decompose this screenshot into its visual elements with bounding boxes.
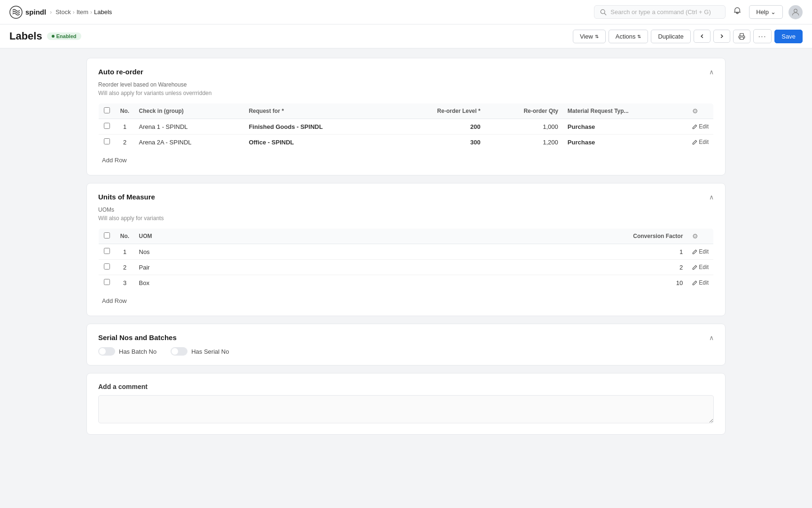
auto-reorder-check-all-col [99, 103, 116, 119]
table-row: 2 Pair 2 Edit [99, 260, 714, 275]
auto-reorder-level-col: Re-order Level * [392, 103, 485, 119]
row-conversion-factor: 10 [287, 275, 687, 291]
auto-reorder-subtitle: Reorder level based on Warehouse [98, 81, 714, 88]
row-checkbox[interactable] [104, 263, 110, 270]
serial-nos-section: Serial Nos and Batches ∧ Has Batch No Ha… [86, 324, 726, 365]
row-conversion-factor: 2 [287, 260, 687, 275]
table-row: 3 Box 10 Edit [99, 275, 714, 291]
serial-nos-collapse-icon: ∧ [709, 334, 714, 341]
auto-reorder-settings-btn[interactable]: ⚙ [692, 107, 698, 115]
breadcrumb: Stock › Item › Labels [55, 8, 112, 16]
table-row: 1 Arena 1 - SPINDL Finished Goods - SPIN… [99, 119, 714, 135]
uom-no-col: No. [116, 229, 134, 244]
logo[interactable]: spindl [9, 6, 46, 19]
breadcrumb-item[interactable]: Item [77, 8, 88, 16]
row-uom: Pair [134, 260, 287, 275]
row-edit-link[interactable]: Edit [692, 139, 709, 145]
next-button[interactable] [713, 30, 730, 43]
uom-settings-col: ⚙ [687, 229, 713, 244]
row-edit-cell: Edit [687, 119, 713, 135]
user-avatar[interactable] [789, 5, 803, 19]
page-title-area: Labels Enabled [9, 30, 81, 42]
duplicate-button[interactable]: Duplicate [651, 30, 690, 43]
row-checkbox[interactable] [104, 279, 110, 285]
notification-bell[interactable] [731, 5, 743, 19]
serial-nos-title: Serial Nos and Batches [98, 333, 177, 341]
uom-select-all[interactable] [104, 232, 110, 238]
auto-reorder-settings-col: ⚙ [687, 103, 713, 119]
row-no: 2 [116, 135, 134, 150]
auto-reorder-no-col: No. [116, 103, 134, 119]
row-edit-link[interactable]: Edit [692, 279, 709, 286]
breadcrumb-labels[interactable]: Labels [94, 8, 112, 16]
uom-subtitle: UOMs [98, 206, 714, 213]
row-checkbox-cell [99, 275, 116, 291]
badge-label: Enabled [56, 33, 77, 39]
actions-chevron-icon: ⇅ [637, 34, 641, 39]
uom-name-col: UOM [134, 229, 287, 244]
row-edit-link[interactable]: Edit [692, 248, 709, 255]
auto-reorder-header[interactable]: Auto re-order ∧ [98, 68, 714, 76]
serial-nos-header[interactable]: Serial Nos and Batches ∧ [98, 333, 714, 341]
auto-reorder-collapse-icon: ∧ [709, 68, 714, 76]
auto-reorder-checkin-col: Check in (group) [134, 103, 244, 119]
prev-button[interactable] [694, 30, 710, 43]
breadcrumb-stock[interactable]: Stock [55, 8, 71, 16]
row-edit-link[interactable]: Edit [692, 264, 709, 270]
page-title: Labels [9, 30, 42, 42]
row-checkbox-cell [99, 260, 116, 275]
uom-header[interactable]: Units of Measure ∧ [98, 193, 714, 201]
auto-reorder-title: Auto re-order [98, 68, 143, 76]
table-row: 2 Arena 2A - SPINDL Office - SPINDL 300 … [99, 135, 714, 150]
breadcrumb-sep-3: › [90, 9, 92, 16]
search-bar[interactable]: Search or type a command (Ctrl + G) [594, 5, 726, 19]
has-serial-no-toggle[interactable] [171, 347, 187, 356]
comment-title: Add a comment [98, 383, 714, 390]
top-nav: spindl › Stock › Item › Labels Search or… [0, 0, 812, 24]
has-batch-no-toggle[interactable] [98, 347, 115, 356]
row-edit-cell: Edit [687, 244, 713, 260]
row-check-in: Arena 1 - SPINDL [134, 119, 244, 135]
uom-note: Will also apply for variants [98, 215, 714, 222]
main-scroll-area[interactable]: Auto re-order ∧ Reorder level based on W… [0, 48, 812, 444]
main-content: Auto re-order ∧ Reorder level based on W… [77, 48, 735, 444]
auto-reorder-add-row[interactable]: Add Row [98, 155, 131, 166]
row-conversion-factor: 1 [287, 244, 687, 260]
uom-check-all-col [99, 229, 116, 244]
row-checkbox[interactable] [104, 123, 110, 129]
uom-add-row[interactable]: Add Row [98, 295, 131, 306]
row-request-for: Finished Goods - SPINDL [244, 119, 391, 135]
auto-reorder-section: Auto re-order ∧ Reorder level based on W… [86, 58, 726, 175]
auto-reorder-select-all[interactable] [104, 107, 110, 113]
breadcrumb-sep-1: › [50, 9, 52, 16]
row-checkbox-cell [99, 119, 116, 135]
row-checkbox-cell [99, 244, 116, 260]
row-checkbox[interactable] [104, 248, 110, 254]
auto-reorder-qty-col: Re-order Qty [485, 103, 562, 119]
search-placeholder: Search or type a command (Ctrl + G) [610, 8, 711, 16]
row-edit-link[interactable]: Edit [692, 123, 709, 130]
print-button[interactable] [733, 30, 750, 43]
row-edit-cell: Edit [687, 135, 713, 150]
search-icon [600, 9, 607, 16]
row-reorder-qty: 1,200 [485, 135, 562, 150]
view-button[interactable]: View ⇅ [573, 30, 606, 43]
uom-section: Units of Measure ∧ UOMs Will also apply … [86, 183, 726, 316]
save-button[interactable]: Save [774, 30, 803, 43]
serial-nos-toggles: Has Batch No Has Serial No [98, 347, 714, 356]
view-chevron-icon: ⇅ [595, 34, 599, 39]
help-button[interactable]: Help ⌄ [749, 5, 783, 19]
uom-collapse-icon: ∧ [709, 193, 714, 201]
comment-input[interactable] [98, 395, 714, 423]
comment-section: Add a comment [86, 373, 726, 435]
uom-settings-btn[interactable]: ⚙ [692, 232, 698, 240]
row-checkbox[interactable] [104, 138, 110, 144]
actions-button[interactable]: Actions ⇅ [609, 30, 648, 43]
auto-reorder-note: Will also apply for variants unless over… [98, 90, 714, 96]
more-button[interactable]: ··· [753, 29, 772, 43]
row-no: 2 [116, 260, 134, 275]
svg-point-3 [794, 9, 797, 12]
row-no: 1 [116, 244, 134, 260]
has-serial-no-label: Has Serial No [191, 348, 229, 355]
row-uom: Nos [134, 244, 287, 260]
